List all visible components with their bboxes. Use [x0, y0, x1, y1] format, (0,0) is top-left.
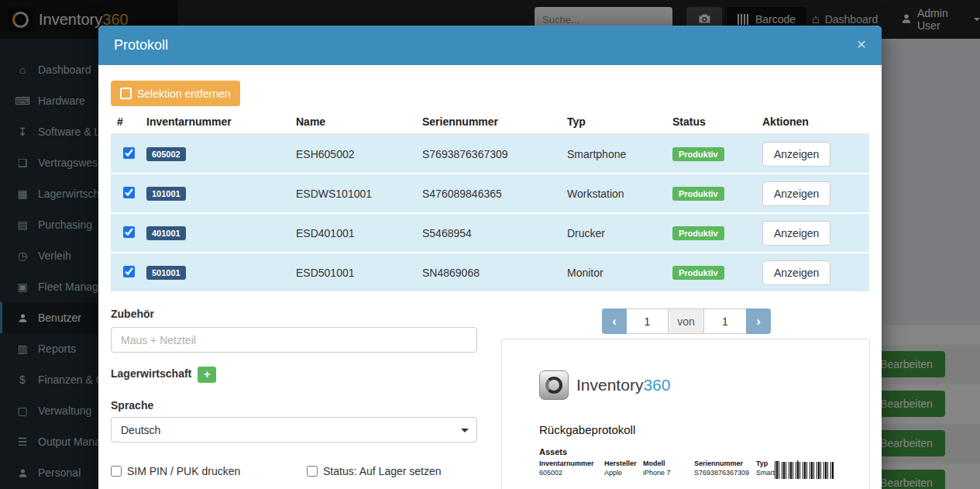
row-checkbox[interactable]: [123, 147, 135, 159]
modal-title: Protokoll: [114, 26, 168, 65]
inventory-badge: 401001: [146, 226, 186, 240]
cell-name: ESDWS101001: [290, 188, 416, 200]
sprache-label: Sprache: [111, 399, 153, 412]
column-header: Inventarnummer: [140, 115, 290, 128]
preview-column-header: Typ: [756, 460, 768, 467]
add-button[interactable]: +: [198, 367, 216, 383]
preview-cell: S7693876367309: [694, 469, 749, 477]
table-row: 501001 ESD501001 SN4869068 Monitor Produ…: [111, 253, 869, 293]
cell-serial: SN4869068: [416, 267, 561, 279]
preview-column-header: Inventarnummer: [539, 460, 594, 467]
status-badge: Produktiv: [672, 147, 724, 161]
status-lager-checkbox-row: Status: Auf Lager setzen: [307, 465, 442, 477]
barcode-image: [775, 462, 834, 479]
table-row: 101001 ESDWS101001 S476089846365 Worksta…: [111, 174, 869, 214]
status-badge: Produktiv: [672, 266, 724, 280]
document-preview: Inventory360 Rückgabeprotokoll Assets In…: [501, 339, 870, 489]
pagination: ‹ von ›: [602, 308, 771, 334]
sim-pin-checkbox-row: SIM PIN / PUK drucken: [111, 465, 240, 477]
page-current-input[interactable]: [627, 308, 669, 334]
preview-cell: Apple: [604, 469, 622, 477]
caret-down-icon: [461, 429, 469, 436]
show-button[interactable]: Anzeigen: [762, 181, 830, 206]
preview-title: Rückgabeprotokoll: [539, 423, 635, 436]
cell-name: ESH605002: [290, 148, 416, 160]
preview-cell: iPhone 7: [643, 469, 671, 477]
row-checkbox[interactable]: [123, 266, 135, 277]
status-badge: Produktiv: [672, 226, 724, 240]
preview-column-header: Modell: [643, 460, 665, 467]
status-badge: Produktiv: [672, 187, 724, 201]
chevron-right-icon[interactable]: ›: [746, 308, 771, 334]
status-lager-checkbox[interactable]: [307, 466, 318, 477]
cell-name: ESD401001: [290, 227, 416, 239]
preview-logo: Inventory360: [539, 370, 670, 400]
cell-typ: Workstation: [561, 188, 666, 200]
inventory-badge: 605002: [146, 147, 186, 161]
logo-icon: [539, 370, 569, 400]
inventory-badge: 501001: [146, 266, 186, 280]
column-header: Name: [290, 115, 416, 128]
table-row: 605002 ESH605002 S7693876367309 Smartpho…: [111, 135, 869, 174]
show-button[interactable]: Anzeigen: [762, 260, 830, 285]
preview-section-label: Assets: [539, 447, 567, 456]
cell-name: ESD501001: [290, 267, 416, 279]
page-separator-label: von: [669, 308, 704, 334]
zubehoer-input[interactable]: [111, 327, 477, 353]
checkbox-outline-icon: [120, 88, 132, 99]
cell-serial: S5468954: [416, 227, 561, 239]
column-header: Status: [666, 115, 756, 128]
inventory-badge: 101001: [146, 187, 186, 201]
app-window: Inventory360 Barcode ⌂ Dashboard Admin U…: [0, 0, 980, 489]
preview-column-header: Seriennummer: [694, 460, 743, 467]
column-header: Typ: [561, 115, 666, 128]
protokoll-table: # Inventarnummer Name Seriennummer Typ S…: [111, 109, 869, 293]
table-header-row: # Inventarnummer Name Seriennummer Typ S…: [111, 109, 869, 135]
lagerwirtschaft-label: Lagerwirtschaft+: [111, 367, 216, 383]
modal-header: Protokoll ×: [98, 26, 882, 65]
sim-pin-checkbox[interactable]: [111, 466, 122, 477]
page-total-input[interactable]: [704, 308, 746, 334]
column-header: #: [111, 115, 140, 128]
remove-selection-button[interactable]: Selektion entfernen: [111, 81, 240, 106]
row-checkbox[interactable]: [123, 187, 135, 198]
cell-serial: S7693876367309: [416, 148, 561, 160]
cell-serial: S476089846365: [416, 188, 561, 200]
protokoll-modal: Protokoll × Selektion entfernen # Invent…: [98, 26, 882, 489]
preview-cell: 605002: [539, 469, 562, 477]
cell-typ: Drucker: [561, 227, 666, 239]
show-button[interactable]: Anzeigen: [762, 142, 830, 167]
table-row: 401001 ESD401001 S5468954 Drucker Produk…: [111, 214, 869, 253]
column-header: Aktionen: [756, 115, 869, 128]
close-icon[interactable]: ×: [852, 35, 871, 53]
cell-typ: Smartphone: [561, 148, 666, 160]
language-select[interactable]: Deutsch: [111, 417, 477, 443]
show-button[interactable]: Anzeigen: [762, 221, 830, 246]
preview-column-header: Hersteller: [604, 460, 637, 467]
column-header: Seriennummer: [416, 115, 561, 128]
cell-typ: Monitor: [561, 267, 666, 279]
chevron-left-icon[interactable]: ‹: [602, 308, 627, 334]
zubehoer-label: Zubehör: [111, 308, 154, 320]
row-checkbox[interactable]: [123, 226, 135, 238]
